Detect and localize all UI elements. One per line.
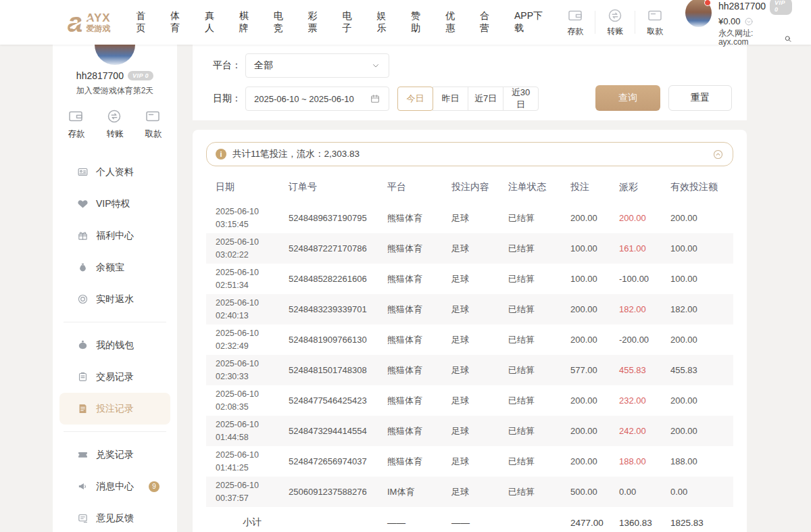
sidebar-withdraw-button[interactable]: 取款 [145,108,162,140]
nav-item-5[interactable]: 彩票 [299,10,333,34]
nav-item-11[interactable]: APP下载 [505,10,556,34]
sidebar-item-feedback[interactable]: 意见反馈 [53,502,177,532]
sidebar-item-wallet[interactable]: 我的钱包 [53,329,177,361]
cell-payout: 455.83 [619,365,670,375]
cell-date: 2025-06-1003:02:22 [216,236,289,260]
cell-content: 足球 [451,212,508,224]
cell-content: 足球 [451,243,508,255]
nav-item-4[interactable]: 电竞 [264,10,299,34]
range-button-3[interactable]: 近30日 [503,87,539,111]
cell-platform: IM体育 [387,486,451,498]
cell-date: 2025-06-1001:41:25 [216,449,289,473]
avatar[interactable] [685,0,712,27]
sidebar-item-yuebao[interactable]: 余额宝 [53,251,177,283]
sidebar-item-messages[interactable]: 消息中心9 [53,470,177,502]
cell-platform: 熊猫体育 [387,243,451,255]
table-row: 2025-06-1002:32:495248481909766130熊猫体育足球… [206,324,733,355]
nav-item-3[interactable]: 棋牌 [230,10,264,34]
cell-bet: 100.00 [570,243,619,253]
search-button[interactable]: 查询 [595,85,660,111]
sidebar-item-bets[interactable]: 投注记录 [59,393,170,425]
table-row: 2025-06-1003:02:225248487227170786熊猫体育足球… [206,233,733,264]
range-button-1[interactable]: 昨日 [433,87,468,111]
cell-order: 5248472656974037 [289,456,387,466]
search-icon[interactable] [784,34,792,43]
cell-platform: 熊猫体育 [387,334,451,346]
range-button-0[interactable]: 今日 [397,87,433,111]
subtotal-payout: 1360.83 [619,518,670,528]
withdraw-icon [647,7,663,24]
cell-platform: 熊猫体育 [387,395,451,407]
refresh-balance-icon[interactable] [744,17,754,26]
cell-order: 5248481501748308 [289,365,387,375]
wallet-icon [77,339,89,351]
sidebar-item-label: 实时返水 [96,293,134,306]
transfer-icon [106,108,124,126]
sidebar-menu: 个人资料VIP特权福利中心余额宝实时返水我的钱包交易记录投注记录兑奖记录消息中心… [53,156,177,532]
cell-payout: -100.00 [619,274,670,284]
cell-status: 已结算 [508,364,570,377]
sidebar-item-transactions[interactable]: 交易记录 [53,361,177,393]
nav-item-7[interactable]: 娱乐 [368,10,402,34]
cell-content: 足球 [451,304,508,316]
cell-status: 已结算 [508,425,570,437]
cell-order: 5248487227170786 [289,243,387,253]
withdraw-icon [145,108,162,126]
nav-item-9[interactable]: 优惠 [437,10,471,34]
site-url: 永久网址: ayx.com [718,29,780,48]
transfer-button[interactable]: 转账 [595,7,635,37]
brand-logo[interactable]: a AYX 爱游戏 [68,11,111,34]
deposit-button[interactable]: 存款 [556,7,595,37]
nav-item-6[interactable]: 电子 [333,10,368,34]
table-row: 2025-06-1002:51:345248485282261606熊猫体育足球… [206,264,733,294]
withdraw-button[interactable]: 取款 [635,7,674,37]
cell-payout: 188.00 [619,456,670,466]
table-row: 2025-06-1003:15:455248489637190795熊猫体育足球… [206,203,733,233]
sidebar-item-profile[interactable]: 个人资料 [53,156,177,188]
summary-bar: i 共计11笔投注，流水：2,303.83 [206,142,733,166]
messages-icon [77,481,89,492]
column-header: 派彩 [619,181,670,193]
cell-order: 5248473294414554 [289,426,387,436]
cell-content: 足球 [451,486,508,498]
vip-icon [77,198,89,210]
sidebar-item-rebate[interactable]: 实时返水 [53,283,177,315]
cell-platform: 熊猫体育 [387,212,451,224]
collapse-icon[interactable] [712,149,724,160]
cell-content: 足球 [451,395,508,407]
sidebar-item-label: 我的钱包 [96,339,134,352]
cell-order: 5248483239339701 [289,304,387,314]
date-range-input[interactable]: 2025-06-10 ~ 2025-06-10 [245,87,389,111]
user-box[interactable]: hh2817700 VIP 0 ¥0.00 永久网址: ayx.com [685,0,792,47]
rebate-icon [77,293,89,305]
nav-item-1[interactable]: 体育 [162,10,196,34]
sidebar-item-label: VIP特权 [96,198,130,210]
nav-item-10[interactable]: 合营 [471,10,506,34]
notification-dot [704,0,711,6]
calendar-icon [370,93,380,104]
top-header: a AYX 爱游戏 首页体育真人棋牌电竞彩票电子娱乐赞助优惠合营APP下载 存款… [0,0,811,45]
column-header: 平台 [387,181,451,193]
cell-valid: 200.00 [670,213,732,223]
chevron-down-icon [371,61,380,70]
sidebar-item-vip[interactable]: VIP特权 [53,188,177,220]
welfare-icon [77,230,89,241]
username: hh2817700 [718,1,766,11]
nav-item-8[interactable]: 赞助 [402,10,437,34]
sidebar-item-redeem[interactable]: 兑奖记录 [53,439,177,470]
platform-select[interactable]: 全部 [245,53,389,78]
deposit-icon [68,108,85,126]
cell-platform: 熊猫体育 [387,364,451,377]
sidebar-item-welfare[interactable]: 福利中心 [53,220,177,251]
cell-valid: 100.00 [670,243,732,253]
reset-button[interactable]: 重置 [668,85,732,111]
sidebar-deposit-button[interactable]: 存款 [68,108,85,140]
cell-platform: 熊猫体育 [387,425,451,437]
sidebar-transfer-button[interactable]: 转账 [106,108,124,140]
column-header: 日期 [216,181,289,193]
nav-item-2[interactable]: 真人 [195,10,230,34]
logo-icon: a [68,11,81,34]
range-button-2[interactable]: 近7日 [468,87,503,111]
cell-date: 2025-06-1002:30:33 [216,358,289,382]
nav-item-0[interactable]: 首页 [127,10,162,34]
